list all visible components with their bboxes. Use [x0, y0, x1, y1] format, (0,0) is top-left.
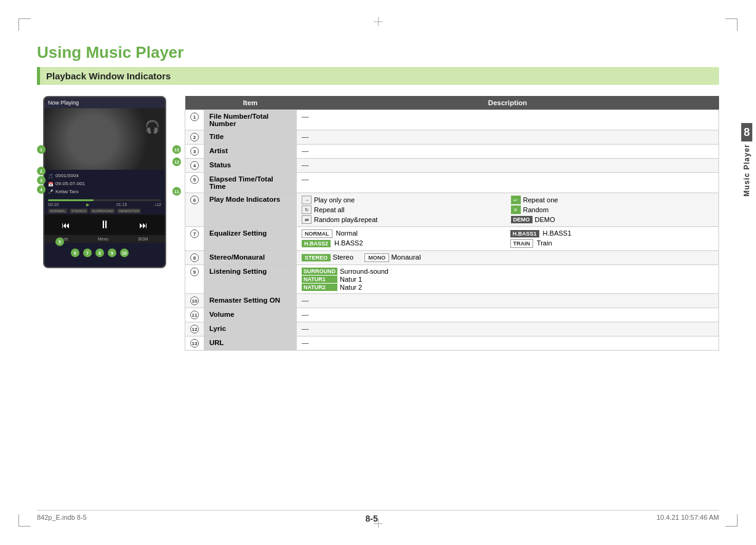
item-3: Artist: [204, 145, 297, 159]
phone-track-number: 🎵 0001/0004: [48, 172, 161, 180]
item-11: Volume: [204, 308, 297, 322]
row-num-2: 2: [185, 130, 204, 145]
num-badge-7: 7: [83, 249, 92, 257]
surround-tag: SURROUND: [302, 268, 337, 275]
eq-normal: NORMAL Normal: [302, 229, 505, 238]
desc-13: —: [297, 336, 719, 351]
repeat-one-icon: ↩: [511, 196, 521, 204]
table-row: 5 Elapsed Time/Total Time —: [185, 173, 719, 193]
table-row: 3 Artist —: [185, 145, 719, 159]
prev-button[interactable]: ⏮: [62, 220, 70, 230]
desc-2: —: [297, 130, 719, 145]
item-6: Play Mode Indicators: [204, 193, 297, 227]
table-row-listening: 9 Listening Setting SURROUND Surround-so…: [185, 265, 719, 294]
row-num-12: 12: [185, 322, 204, 336]
table-row: 11 Volume —: [185, 308, 719, 322]
desc-9: SURROUND Surround-sound NATUR1 Natur 1 N…: [297, 265, 719, 294]
item-9: Listening Setting: [204, 265, 297, 294]
phone-progress-fill: [48, 199, 94, 201]
num-badge-13: 13: [172, 145, 181, 154]
footer-left: 842p_E.indb 8-5: [37, 514, 87, 523]
phone-tag-normal: NORMAL: [48, 209, 68, 213]
footer: 842p_E.indb 8-5 8-5 10.4.21 10:57:46 AM: [37, 510, 719, 523]
phone-album-art: 🎧: [44, 108, 165, 170]
table-row-stereo: 8 Stereo/Monaural STEREO Stereo MONO Mon…: [185, 251, 719, 265]
phone-volume: ▶: [86, 202, 89, 207]
th-desc: Description: [297, 96, 719, 110]
chapter-label: Music Player: [742, 144, 751, 196]
corner-mark-bl: [18, 514, 31, 527]
row-num-13: 13: [185, 336, 204, 351]
demo-tag: DEMO: [511, 216, 533, 223]
phone-tag-stereo: STEREO: [70, 209, 89, 213]
desc-11: —: [297, 308, 719, 322]
natur1-tag: NATUR1: [302, 276, 337, 283]
th-item: Item: [204, 96, 297, 110]
phone-tags: NORMAL STEREO SURROUND REMASTER: [44, 207, 165, 215]
row-num-8: 8: [185, 251, 204, 265]
item-12: Lyric: [204, 322, 297, 336]
row-num-4: 4: [185, 159, 204, 173]
phone-artist: 🎤 Keitai Taro: [48, 188, 161, 196]
chapter-sidebar: 8 Music Player: [738, 123, 756, 196]
corner-mark-tr: [725, 18, 738, 31]
desc-12: —: [297, 322, 719, 336]
th-num: [185, 96, 204, 110]
table-row-play-mode: 6 Play Mode Indicators → Play only one ↩…: [185, 193, 719, 227]
play-mode-repeat-all: ↻ Repeat all: [302, 205, 505, 214]
eq-hbass2: H.BASS2 H.BASS2: [302, 239, 505, 248]
play-mode-random: ✕ Random: [511, 205, 714, 214]
row-num-6: 6: [185, 193, 204, 227]
natur2-tag: NATUR2: [302, 284, 337, 291]
page-number: 8-5: [365, 514, 377, 523]
row-num-3: 3: [185, 145, 204, 159]
item-2: Title: [204, 130, 297, 145]
next-button[interactable]: ⏭: [139, 220, 148, 230]
desc-10: —: [297, 294, 719, 308]
num-badge-1: 1: [37, 145, 46, 154]
section-header: Playback Window Indicators: [37, 67, 719, 85]
phone-mockup: Now Playing 🎧 🎵 0001/0004 📅: [37, 96, 172, 268]
table-row: 13 URL —: [185, 336, 719, 351]
random-icon: ✕: [511, 205, 521, 214]
desc-4: —: [297, 159, 719, 173]
play-only-icon: →: [302, 196, 312, 204]
eq-hbass1: H.BASS1 H.BASS1: [510, 229, 714, 238]
play-mode-play-only: → Play only one: [302, 196, 505, 204]
item-1: File Number/Total Number: [204, 110, 297, 130]
play-mode-random-repeat: ⇄ Random play&repeat: [302, 215, 505, 224]
phone-info: 🎵 0001/0004 📅 09-05-07-001 🎤 Keitai Taro: [44, 170, 165, 198]
phone-menu-item[interactable]: Menu: [98, 237, 109, 241]
row-num-5: 5: [185, 173, 204, 193]
footer-right: 10.4.21 10:57:46 AM: [656, 514, 719, 523]
desc-5: —: [297, 173, 719, 193]
desc-6: → Play only one ↩ Repeat one ↻ Repeat al…: [297, 193, 719, 227]
num-badge-9: 9: [108, 249, 116, 257]
desc-8: STEREO Stereo MONO Monaural: [297, 251, 719, 265]
num-badge-4: 4: [37, 185, 46, 194]
item-10: Remaster Setting ON: [204, 294, 297, 308]
num-badge-6: 6: [71, 249, 79, 257]
item-13: URL: [204, 336, 297, 351]
num-badge-10: 10: [120, 249, 129, 257]
row-num-10: 10: [185, 294, 204, 308]
num-badge-11: 11: [172, 187, 181, 196]
random-repeat-icon: ⇄: [302, 215, 312, 224]
table-row: 10 Remaster Setting ON —: [185, 294, 719, 308]
phone-tag-remaster: REMASTER: [117, 209, 141, 213]
table-row: 12 Lyric —: [185, 322, 719, 336]
num-badge-5: 5: [55, 237, 64, 246]
desc-7: NORMAL Normal H.BASS1 H.BASS1 H.BASS2 H.…: [297, 227, 719, 251]
phone-time: 00:20 ▶ 01:15 ♪12: [44, 202, 165, 207]
phone-controls: ⏮ ⏸ ⏭: [44, 215, 165, 235]
num-badge-8: 8: [95, 249, 104, 257]
play-button[interactable]: ⏸: [99, 218, 110, 231]
desc-1: —: [297, 110, 719, 130]
desc-3: —: [297, 145, 719, 159]
repeat-all-icon: ↻: [302, 205, 312, 214]
table-row: 2 Title —: [185, 130, 719, 145]
phone-bgm-item[interactable]: BGM: [139, 237, 148, 241]
num-badge-2: 2: [37, 167, 46, 175]
num-badge-12: 12: [172, 157, 181, 166]
phone-now-playing-label: Now Playing: [44, 97, 165, 108]
